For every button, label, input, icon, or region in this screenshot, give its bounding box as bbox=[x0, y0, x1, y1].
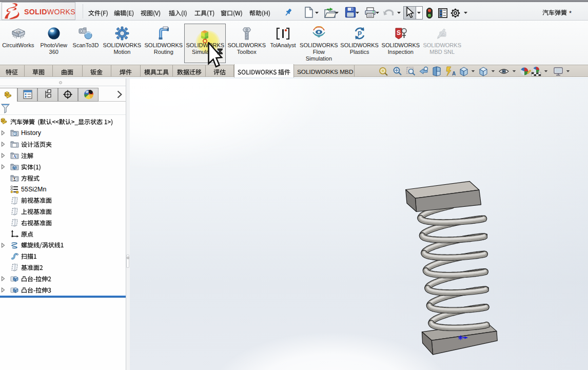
svg-text:S: S bbox=[397, 29, 401, 36]
svg-text:A: A bbox=[452, 71, 456, 76]
svg-text:Σ: Σ bbox=[13, 177, 16, 182]
svg-text:P: P bbox=[358, 30, 362, 37]
svg-text:A: A bbox=[13, 154, 16, 159]
svg-text:CW: CW bbox=[16, 30, 21, 33]
